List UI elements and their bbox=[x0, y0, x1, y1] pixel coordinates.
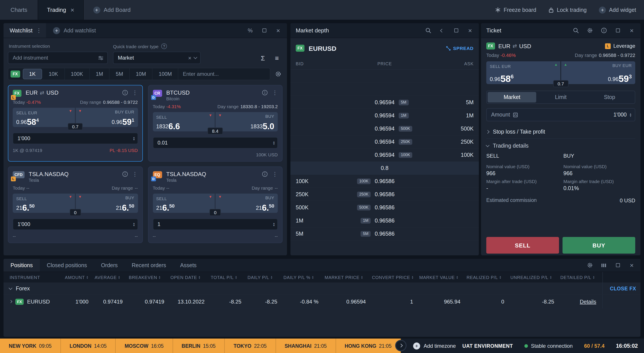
col-amount[interactable]: AMOUNT▴▾ bbox=[65, 275, 95, 280]
buy-quote-button[interactable]: BUY EUR ▼ 0.96591 bbox=[76, 108, 138, 127]
preset-100m[interactable]: 100M bbox=[153, 68, 178, 80]
sell-button[interactable]: SELL bbox=[486, 237, 559, 254]
col-daily-pl[interactable]: DAILY P/L▴▾ bbox=[248, 275, 284, 280]
amount-input[interactable] bbox=[158, 140, 273, 146]
info-icon[interactable] bbox=[122, 90, 128, 96]
columns-icon[interactable] bbox=[599, 261, 608, 270]
add-board-button[interactable]: + Add Board bbox=[84, 0, 140, 20]
stepper-down-icon[interactable]: ▾ bbox=[133, 138, 135, 140]
calculator-icon[interactable] bbox=[513, 112, 518, 117]
buy-quote-button[interactable]: BUY ▼ 18335.0 bbox=[216, 112, 278, 132]
col-total-pl[interactable]: TOTAL P/L▴▾ bbox=[211, 275, 248, 280]
instrument-card-btcusd[interactable]: CR D BTCUSD Bitcoin ⋮ Today -4 bbox=[148, 85, 282, 162]
amount-steppers[interactable]: ▴▾ bbox=[273, 140, 275, 145]
kebab-menu-icon[interactable]: ⋮ bbox=[272, 89, 278, 96]
filter-icon[interactable] bbox=[98, 56, 104, 60]
tab-orders[interactable]: Orders bbox=[94, 259, 125, 272]
gear-icon[interactable] bbox=[585, 261, 594, 270]
tab-closed-positions[interactable]: Closed positions bbox=[40, 259, 94, 272]
ticket-amount-field[interactable]: Amount 1'000 ▴▾ bbox=[486, 108, 635, 121]
col-open-date[interactable]: OPEN DATE▴▾ bbox=[170, 275, 211, 280]
info-icon[interactable] bbox=[599, 26, 608, 35]
instrument-card-tsla-eq[interactable]: EQ D TSLA.NASDAQ Tesla ⋮ Today bbox=[148, 166, 282, 243]
instrument-card-tsla-cfd[interactable]: CFD L TSLA.NASDAQ Tesla ⋮ Toda bbox=[8, 166, 142, 243]
amount-input[interactable] bbox=[18, 135, 133, 142]
chevron-right-icon[interactable] bbox=[9, 300, 12, 303]
info-icon[interactable] bbox=[262, 171, 268, 177]
buy-quote-button[interactable]: BUY EUR ▲ 0.96593 bbox=[561, 61, 635, 84]
enter-amount-field[interactable] bbox=[178, 68, 270, 80]
depth-ask-row[interactable]: 0.965941M 1M bbox=[290, 109, 479, 122]
tab-charts[interactable]: Charts bbox=[0, 0, 38, 20]
col-market-value[interactable]: MARKET VALUE▴▾ bbox=[419, 275, 466, 280]
amount-input[interactable] bbox=[158, 221, 273, 227]
preset-10k[interactable]: 10K bbox=[42, 68, 64, 80]
sell-quote-button[interactable]: SELL ▼ 18326.6 bbox=[153, 112, 215, 132]
depth-bid-row[interactable]: 100K 100K0.96586 bbox=[290, 175, 479, 188]
col-convert-price[interactable]: CONVERT PRICE▴▾ bbox=[372, 275, 419, 280]
tab-stop[interactable]: Stop bbox=[585, 92, 634, 102]
depth-ask-row[interactable]: 0.96594500K 500K bbox=[290, 122, 479, 135]
amount-field[interactable]: ▴▾ bbox=[13, 133, 138, 144]
depth-bid-row[interactable]: 1M 1M0.96586 bbox=[290, 214, 479, 227]
sort-icon[interactable]: ▴▾ bbox=[271, 276, 272, 279]
add-instrument-field[interactable] bbox=[8, 52, 108, 64]
preset-100k[interactable]: 100K bbox=[64, 68, 90, 80]
buy-quote-button[interactable]: BUY ▼ 216.50 bbox=[216, 194, 278, 213]
depth-ask-row[interactable]: 0.96594100K 100K bbox=[290, 148, 479, 162]
col-unrealized-pl[interactable]: UNREALIZED P/L▴▾ bbox=[510, 275, 560, 280]
kebab-menu-icon[interactable]: ⋮ bbox=[272, 171, 278, 178]
depth-ask-row[interactable]: 0.96594250K 250K bbox=[290, 135, 479, 148]
lock-trading-button[interactable]: Lock trading bbox=[548, 7, 586, 13]
details-link[interactable]: Details bbox=[580, 298, 596, 304]
enter-amount-input[interactable] bbox=[183, 71, 266, 77]
kebab-menu-icon[interactable]: ⋮ bbox=[132, 89, 138, 96]
timezone-scroll-button[interactable] bbox=[395, 340, 406, 351]
order-type-select[interactable]: Market × bbox=[113, 52, 201, 64]
clear-icon[interactable]: × bbox=[188, 54, 192, 61]
chevron-down-icon[interactable] bbox=[194, 56, 197, 59]
col-average[interactable]: AVERAGE▴▾ bbox=[95, 275, 129, 280]
sort-icon[interactable]: ▴▾ bbox=[456, 276, 458, 279]
gear-icon[interactable] bbox=[585, 26, 594, 35]
col-daily-pl-pct[interactable]: DAILY P/L %▴▾ bbox=[284, 275, 325, 280]
chevron-down-icon[interactable] bbox=[9, 286, 12, 290]
position-row-eurusd[interactable]: FX EURUSD 1'000 0.97419 0.97419 13.10.20… bbox=[4, 295, 640, 309]
preset-1k[interactable]: 1K bbox=[22, 69, 42, 79]
sort-icon[interactable]: ▴▾ bbox=[412, 276, 413, 279]
instrument-card-eurusd[interactable]: FX L EUR ⇄ USD ⋮ bbox=[8, 85, 142, 162]
tab-positions[interactable]: Positions bbox=[4, 259, 40, 272]
add-timezone-button[interactable]: + Add timezone bbox=[413, 342, 456, 349]
sort-icon[interactable]: ▴▾ bbox=[86, 276, 88, 279]
collapse-left-icon[interactable] bbox=[438, 26, 446, 35]
sum-button[interactable]: Σ bbox=[257, 52, 268, 64]
close-icon[interactable]: × bbox=[627, 26, 636, 35]
close-icon[interactable]: × bbox=[627, 261, 636, 270]
menu-button[interactable]: ≡ bbox=[271, 52, 282, 64]
depth-bid-row[interactable]: 250K 250K0.96586 bbox=[290, 188, 479, 201]
amount-steppers[interactable]: ▴▾ bbox=[133, 136, 135, 140]
col-market-price[interactable]: MARKET PRICE▴▾ bbox=[325, 275, 372, 280]
preset-10m[interactable]: 10M bbox=[130, 68, 153, 80]
depth-bid-row[interactable]: 5M 5M0.96586 bbox=[290, 227, 479, 240]
sort-icon[interactable]: ▴▾ bbox=[550, 276, 552, 279]
tab-trading[interactable]: Trading × bbox=[38, 0, 84, 20]
tab-market[interactable]: Market bbox=[488, 92, 536, 102]
sort-icon[interactable]: ▴▾ bbox=[500, 276, 501, 279]
buy-quote-button[interactable]: BUY ▼ 216.50 bbox=[76, 194, 138, 213]
maximize-icon[interactable] bbox=[613, 261, 622, 270]
amount-steppers[interactable]: ▴▾ bbox=[630, 112, 631, 117]
gear-icon[interactable] bbox=[274, 70, 282, 78]
percent-toggle-icon[interactable]: % bbox=[246, 26, 254, 35]
sell-quote-button[interactable]: SELL EUR ▼ 0.96584 bbox=[13, 108, 75, 127]
watchlist-tab[interactable]: Watchlist ⋮ bbox=[4, 23, 46, 38]
col-detailed-pl[interactable]: DETAILED P/L▴▾ bbox=[560, 275, 602, 280]
add-widget-button[interactable]: + Add widget bbox=[599, 6, 636, 13]
sort-icon[interactable]: ▴▾ bbox=[159, 276, 160, 279]
info-icon[interactable] bbox=[262, 90, 268, 96]
group-row-forex[interactable]: Forex CLOSE FX bbox=[4, 282, 640, 295]
freeze-board-button[interactable]: Freeze board bbox=[495, 7, 536, 13]
amount-field[interactable]: ▴▾ bbox=[153, 137, 278, 148]
preset-5m[interactable]: 5M bbox=[110, 68, 130, 80]
amount-field[interactable]: ▴▾ bbox=[153, 218, 278, 230]
